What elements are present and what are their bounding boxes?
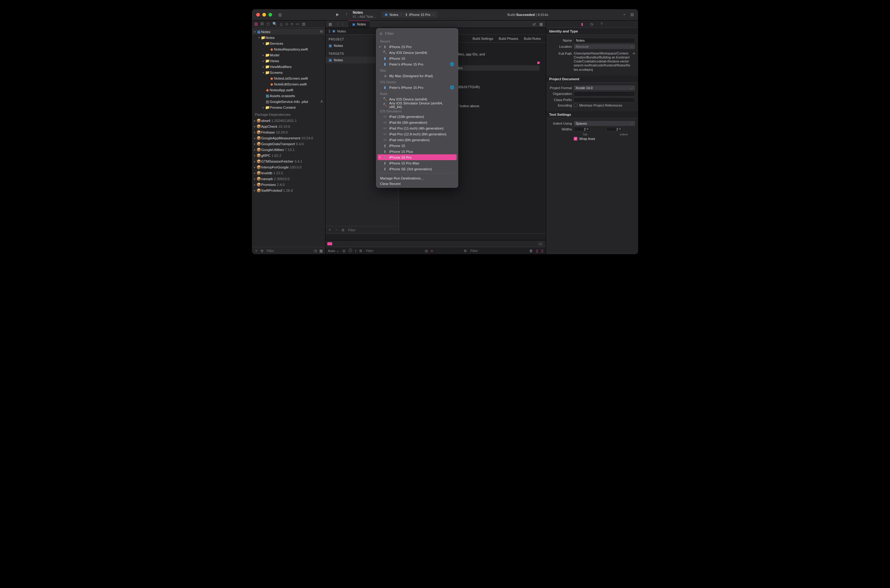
info-icon[interactable]: ⓘ [349,248,352,253]
destination-item[interactable]: ▮iPhone 15 [376,143,458,148]
eye-icon[interactable]: ◎ [425,249,428,253]
auto-popup[interactable]: Auto ⌄ [328,249,339,253]
wrap-lines-checkbox[interactable]: ✓ [574,137,577,141]
navigator-filter-input[interactable] [266,249,311,253]
breakpoint-navigator-icon[interactable]: ▭ [296,22,299,26]
run-button[interactable] [335,12,340,17]
destination-item[interactable]: ✓▮iPhone 15 Pro [376,44,458,50]
tree-row[interactable]: ◆NoteEditScreen.swift [252,81,325,87]
help-inspector-icon[interactable]: ？ [600,22,603,26]
destination-item[interactable]: ▮iPhone 15 Plus [376,148,458,154]
issue-navigator-icon[interactable]: △ [280,22,283,26]
debug-navigator-icon[interactable]: ⎋ [291,22,293,26]
dependency-row[interactable]: ▸📦gRPC 1.62.2 [252,153,325,158]
minimize-checkbox[interactable] [574,104,577,107]
add-files-icon[interactable]: ＋ [254,248,258,253]
destination-item[interactable]: ▭iPad Air (5th generation) [376,119,458,125]
history-inspector-icon[interactable]: ◷ [590,22,593,26]
tab-build-phases[interactable]: Build Phases [499,37,518,40]
recent-icon[interactable]: ◷ [314,249,317,253]
tab-width-stepper[interactable]: 2⦿ [574,127,590,132]
tree-row[interactable]: ▸📁ViewModifiers [252,64,325,69]
dependency-row[interactable]: ▸📦SwiftProtobuf 1.26.0 [252,188,325,193]
tab-build-settings[interactable]: Build Settings [473,37,493,40]
editor-tab[interactable]: ▣ Notes [349,21,370,28]
branch-icon[interactable]: ᚶ [346,13,348,16]
targets-filter-input[interactable] [347,228,396,232]
bookmark-navigator-icon[interactable]: ◻ [267,22,270,26]
project-format-select[interactable]: Xcode 14.0⌄ [574,86,635,90]
tree-row[interactable]: ◆NotesRepository.swift [252,46,325,52]
toggle-right-icon[interactable]: ▯ [541,249,543,253]
destination-item[interactable]: ▭iPad mini (6th generation) [376,137,458,143]
destination-item[interactable]: 🔨Any iOS Device (arm64) [376,50,458,56]
location-select[interactable]: Absolute⌄ [574,44,635,49]
tree-row[interactable]: ▾📁Services [252,40,325,46]
trash-icon[interactable]: 🗑 [529,249,533,253]
name-field[interactable]: Notes [574,38,635,43]
dependency-row[interactable]: ▸📦leveldb 1.22.5 [252,170,325,176]
destination-item[interactable]: ▭iPad (10th generation) [376,114,458,119]
console-filter-input[interactable] [470,249,519,253]
tree-row[interactable]: ▦GoogleService-Info .plistA [252,99,325,104]
tree-row[interactable]: ▾📁Notes [252,34,325,40]
add-editor-icon[interactable]: ▦ [540,22,543,26]
organization-field[interactable] [574,91,635,96]
remove-target-icon[interactable]: － [335,228,338,232]
destination-item[interactable]: ▭iPad Pro (11-inch) (4th generation) [376,125,458,131]
tree-row[interactable]: ▾📁Screens [252,69,325,75]
minimize-window-icon[interactable] [262,13,266,16]
minimap-icon[interactable]: ▯ [329,29,331,33]
variables-filter-input[interactable] [365,249,414,253]
tree-root[interactable]: ▾ ▣ Notes M [252,29,325,34]
destination-item[interactable]: ▮Peter's iPhone 15 Pro🌐 [376,61,458,67]
destination-item[interactable]: ▮iPhone SE (3rd generation) [376,166,458,172]
forward-icon[interactable]: 〉 [342,22,346,26]
scheme-selector[interactable]: ▣ Notes 〉 ▮ iPhone 15 Pro ⌄ [382,11,437,18]
destination-item[interactable]: ▮iPhone 15 Pro Max [376,160,458,166]
class-prefix-field[interactable] [574,98,635,103]
dependency-row[interactable]: ▸📦Promises 2.4.0 [252,182,325,188]
dependency-row[interactable]: ▸📦GTMSessionFetcher 3.4.1 [252,158,325,164]
close-window-icon[interactable] [256,13,260,16]
sidebar-toggle-icon[interactable]: ▥ [278,12,282,17]
dependency-row[interactable]: ▸📦GoogleDataTransport 9.4.0 [252,141,325,147]
destination-item[interactable]: ▭iPad Pro (12.9-inch) (6th generation) [376,131,458,137]
destination-item[interactable]: ▮Peter's iPhone 15 Pro🌐 [376,84,458,90]
tree-row[interactable]: ▸📁Preview Content [252,104,325,110]
project-tree[interactable]: ▾ ▣ Notes M ▾📁Notes▾📁Services◆NotesRepos… [252,28,325,247]
dependency-row[interactable]: ▸📦AppCheck 10.19.0 [252,123,325,129]
indent-using-select[interactable]: Spaces⌄ [574,121,635,126]
tree-row[interactable]: ▦Assets.xcassets [252,93,325,99]
dependency-row[interactable]: ▸📦Firebase 10.24.0 [252,129,325,135]
tree-row[interactable]: ◆NotesApp.swift [252,87,325,93]
file-inspector-icon[interactable]: ▮ [581,22,583,26]
destination-item[interactable]: 🔨Any iOS Simulator Device (arm64, x86_64… [376,102,458,108]
destination-filter-input[interactable] [384,31,455,36]
tab-build-rules[interactable]: Build Rules [524,37,541,40]
dependency-row[interactable]: ▸📦abseil 1.2024011601.1 [252,118,325,123]
back-icon[interactable]: 〈 [335,22,339,26]
report-navigator-icon[interactable]: ▤ [302,22,305,26]
editor-options-icon[interactable]: ⇄ [533,22,536,26]
clear-recent[interactable]: Clear Recent [376,182,458,188]
add-button[interactable]: ＋ [622,12,626,17]
manage-destinations[interactable]: Manage Run Destinations… [376,175,458,182]
source-control-navigator-icon[interactable]: ☒ [260,22,264,26]
tree-row[interactable]: ▸📁Model [252,52,325,58]
zoom-window-icon[interactable] [269,13,272,16]
toggle-left-icon[interactable]: ▯ [536,249,538,253]
destination-item[interactable]: 🖥My Mac (Designed for iPad) [376,73,458,79]
dependency-row[interactable]: ▸📦GoogleAppMeasurement 10.24.0 [252,135,325,141]
reveal-icon[interactable]: ➜ [632,51,635,56]
dependency-row[interactable]: ▸📦InteropForGoogle 100.0.0 [252,164,325,170]
test-navigator-icon[interactable]: ◇ [285,22,288,26]
filter-scope-icon[interactable]: ⊜ [260,249,263,253]
destination-item[interactable]: ✓▮iPhone 15 Pro [377,154,457,160]
eye-icon[interactable]: ◎ [342,249,346,253]
dependency-row[interactable]: ▸📦nanopb 2.30910.0 [252,176,325,182]
tree-row[interactable]: ◆NotesListScreen.swift [252,75,325,81]
inspector-toggle-icon[interactable]: ▤ [630,12,634,17]
project-navigator-icon[interactable]: ▥ [254,22,258,26]
window-controls[interactable] [252,13,272,16]
